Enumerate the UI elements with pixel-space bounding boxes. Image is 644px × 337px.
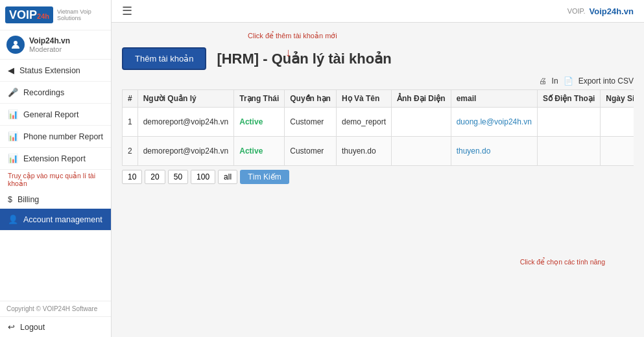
topbar-logo: VOIP.	[567, 7, 586, 15]
search-button[interactable]: Tìm Kiếm	[240, 170, 289, 184]
sidebar-item-status-extension[interactable]: ◀ Status Extension	[0, 60, 111, 82]
sidebar-item-recordings[interactable]: 🎤 Recordings	[0, 82, 111, 104]
mic-icon: 🎤	[8, 87, 18, 97]
sidebar-item-account-management[interactable]: 👤 Account management	[0, 209, 111, 231]
add-hint-text: Click để thêm tài khoản mới	[248, 32, 337, 40]
chevron-left-icon: ◀	[8, 65, 14, 75]
table-row: 2 demoreport@voip24h.vn Active Customer …	[123, 137, 634, 166]
content-header: Thêm tài khoản [HRM] - Quản lý tài khoản	[122, 47, 634, 70]
sidebar-item-label: Phone number Report	[23, 132, 103, 141]
page-all[interactable]: all	[218, 170, 237, 184]
col-status: Trạng Thái	[234, 90, 285, 108]
pagination-bar: 10 20 50 100 all Tìm Kiếm	[122, 170, 634, 184]
sidebar-item-label: Recordings	[23, 88, 64, 97]
avatar	[6, 36, 25, 54]
chart2-icon: 📊	[8, 154, 18, 163]
sidebar-item-general-report[interactable]: 📊 General Report	[0, 104, 111, 126]
cell-avatar	[392, 137, 451, 166]
sidebar-item-phone-number-report[interactable]: 📊 Phone number Report	[0, 126, 111, 148]
sidebar-item-label: Account management	[23, 215, 102, 224]
sidebar-item-label: Status Extension	[19, 66, 80, 75]
dollar-icon: $	[8, 195, 12, 204]
sidebar-item-label: General Report	[23, 110, 78, 119]
logo-icon: VOIP24h	[5, 6, 53, 23]
data-table-container: # Người Quản lý Trạng Thái Quyền hạn Họ …	[122, 89, 634, 166]
page-50[interactable]: 50	[168, 170, 188, 184]
down-arrow-icon: ↓	[285, 46, 291, 60]
page-20[interactable]: 20	[145, 170, 165, 184]
hamburger-icon[interactable]: ☰	[122, 4, 132, 18]
cell-permission: Customer	[285, 137, 337, 166]
page-100[interactable]: 100	[191, 170, 215, 184]
cell-status: Active	[234, 137, 285, 166]
print-icon: 🖨	[539, 76, 547, 86]
bar-chart-icon: 📊	[8, 132, 18, 141]
main-area: ☰ VOIP. Voip24h.vn Click để thêm tài kho…	[112, 0, 644, 337]
col-email: email	[451, 90, 537, 108]
cell-email: duong.le@voip24h.vn	[451, 108, 537, 137]
user-icon: 👤	[8, 215, 18, 224]
cell-manager: demoreport@voip24h.vn	[137, 137, 234, 166]
cell-email: thuyen.do	[451, 137, 537, 166]
account-note: Truy cập vào mục quản lí tài khoản	[0, 170, 111, 191]
user-role: Moderator	[29, 45, 70, 53]
logout-label: Logout	[20, 323, 45, 332]
col-num: #	[123, 90, 138, 108]
cell-fullname: demo_report	[336, 108, 391, 137]
cell-permission: Customer	[285, 108, 337, 137]
topbar: ☰ VOIP. Voip24h.vn	[112, 0, 644, 23]
cell-num: 1	[123, 108, 138, 137]
sidebar: VOIP24h Vietnam Voip Solutions Voip24h.v…	[0, 0, 112, 337]
cell-avatar	[392, 108, 451, 137]
chart-icon: 📊	[8, 110, 18, 119]
data-table: # Người Quản lý Trạng Thái Quyền hạn Họ …	[122, 89, 634, 166]
table-header-row: # Người Quản lý Trạng Thái Quyền hạn Họ …	[123, 90, 634, 108]
cell-birthday	[601, 108, 634, 137]
print-link[interactable]: In	[552, 76, 558, 86]
cell-phone	[537, 137, 600, 166]
cell-status: Active	[234, 108, 285, 137]
sidebar-user: Voip24h.vn Moderator	[0, 30, 111, 60]
col-fullname: Họ Và Tên	[336, 90, 391, 108]
col-permission: Quyền hạn	[285, 90, 337, 108]
svg-point-0	[14, 41, 18, 45]
logout-button[interactable]: ↩ Logout	[0, 316, 111, 337]
file-icon: 📄	[564, 76, 573, 86]
cell-phone	[537, 108, 600, 137]
logo-sub: Vietnam Voip Solutions	[57, 8, 106, 21]
topbar-right: VOIP. Voip24h.vn	[567, 6, 634, 16]
sidebar-logo: VOIP24h Vietnam Voip Solutions	[0, 0, 111, 30]
cell-fullname: thuyen.do	[336, 137, 391, 166]
sidebar-item-billing[interactable]: $ Billing	[0, 191, 111, 209]
col-avatar: Ảnh Đại Diện	[392, 90, 451, 108]
sidebar-item-label: Extension Report	[23, 154, 86, 163]
col-birthday: Ngày Sinh	[601, 90, 634, 108]
export-csv-link[interactable]: Export into CSV	[578, 76, 634, 86]
table-actions-bar: 🖨 In 📄 Export into CSV	[122, 76, 634, 86]
page-title: [HRM] - Quản lý tài khoản	[217, 51, 391, 67]
content-area: Click để thêm tài khoản mới ↓ Thêm tài k…	[112, 23, 644, 337]
copyright-text: Copyright © VOIP24H Software	[0, 301, 111, 316]
table-row: 1 demoreport@voip24h.vn Active Customer …	[123, 108, 634, 137]
cell-birthday	[601, 137, 634, 166]
logout-icon: ↩	[8, 322, 15, 332]
topbar-brand: Voip24h.vn	[590, 6, 634, 16]
cell-manager: demoreport@voip24h.vn	[137, 108, 234, 137]
page-10[interactable]: 10	[122, 170, 142, 184]
feature-note: Click để chọn các tính năng	[520, 258, 605, 266]
cell-num: 2	[123, 137, 138, 166]
user-name: Voip24h.vn	[29, 36, 70, 45]
add-account-button[interactable]: Thêm tài khoản	[122, 47, 206, 70]
col-manager: Người Quản lý	[137, 90, 234, 108]
col-phone: Số Điện Thoại	[537, 90, 600, 108]
sidebar-item-label: Billing	[18, 195, 39, 204]
sidebar-item-extension-report[interactable]: 📊 Extension Report	[0, 148, 111, 170]
